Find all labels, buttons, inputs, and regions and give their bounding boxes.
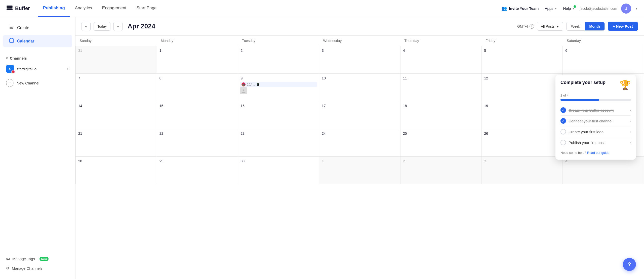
calendar-cell-w2-d3[interactable]: 17 [319,101,400,129]
new-post-button[interactable]: + New Post [608,22,638,31]
info-icon[interactable]: i [530,24,534,29]
apps-button[interactable]: Apps ▼ [544,4,558,13]
left-arrow-icon: ← [84,24,88,28]
calendar-cell-w3-d3[interactable]: 24 [319,129,400,157]
instagram-badge-icon [11,70,15,74]
date-number: 30 [240,159,317,164]
month-view-button[interactable]: Month [585,22,605,30]
calendar-cell-w0-d3[interactable]: 3 [319,46,400,74]
manage-tags-button[interactable]: 🏷 Manage Tags New [0,254,75,263]
popup-title-area: Complete your setup [560,80,606,85]
manage-channels-button[interactable]: ⚙ Manage Channels [0,263,75,273]
date-number: 26 [484,131,561,136]
calendar-cell-w0-d2[interactable]: 2 [238,46,319,74]
calendar-header-row: Sunday Monday Tuesday Wednesday Thursday… [76,36,644,46]
event-thumbnail [240,87,247,94]
setup-item-3[interactable]: Publish your first post› [560,137,631,148]
new-channel-button[interactable]: + New Channel [0,76,75,89]
next-month-button[interactable]: → [113,22,123,31]
logo[interactable]: Buffer [6,4,30,13]
empty-circle-icon [560,129,566,134]
date-number: 6 [565,48,642,53]
date-number: 2 [403,159,479,164]
calendar-cell-w3-d4[interactable]: 25 [400,129,481,157]
calendar-cell-w4-d3[interactable]: 1 [319,157,400,184]
invite-team-button[interactable]: 👥 Invite Your Team [500,4,540,13]
calendar-cell-w4-d5[interactable]: 3 [481,157,563,184]
top-navigation: Buffer Publishing Analytics Engagement S… [0,0,644,17]
prev-month-button[interactable]: ← [82,22,91,31]
setup-item-label: Create your first idea [569,130,603,134]
nav-publishing[interactable]: Publishing [38,0,70,17]
popup-header: Complete your setup 🏆 [560,80,631,90]
calendar-cell-w2-d4[interactable]: 18 [400,101,481,129]
setup-item-label: Connect your first channel [569,119,612,123]
svg-rect-0 [7,6,13,7]
nav-engagement[interactable]: Engagement [97,0,131,17]
calendar-cell-w0-d1[interactable]: 1 [157,46,238,74]
nav-start-page[interactable]: Start Page [131,0,162,17]
date-number: 29 [159,159,236,164]
filter-label: All Posts [541,24,554,28]
event-instagram-icon: 📷 [242,82,246,86]
help-link[interactable]: Read our guide [587,151,610,155]
date-number: 5 [484,48,561,53]
event-pill[interactable]: 📷5:14...📱 [240,82,317,87]
calendar-cell-w1-d1[interactable]: 8 [157,74,238,101]
calendar-cell-w0-d6[interactable]: 6 [563,46,644,74]
filter-select[interactable]: All Posts ▼ [537,22,563,31]
col-tuesday: Tuesday [238,36,319,46]
help-fab-button[interactable]: ? [623,258,636,271]
setup-popup: Complete your setup 🏆 2 of 4 ✓Create you… [555,75,636,160]
nav-analytics[interactable]: Analytics [70,0,97,17]
svg-rect-2 [7,9,13,10]
calendar-cell-w0-d4[interactable]: 4 [400,46,481,74]
date-number: 19 [484,103,561,108]
col-wednesday: Wednesday [319,36,400,46]
channels-header[interactable]: ▾ Channels [0,54,75,62]
calendar-cell-w4-d1[interactable]: 29 [157,157,238,184]
calendar-cell-w3-d1[interactable]: 22 [157,129,238,157]
calendar-cell-w3-d2[interactable]: 23 [238,129,319,157]
calendar-cell-w2-d1[interactable]: 15 [157,101,238,129]
calendar-cell-w4-d0[interactable]: 28 [76,157,157,184]
channel-count: 0 [67,67,69,71]
sidebar-item-calendar[interactable]: Calendar [3,35,72,47]
date-number: 9 [240,76,317,81]
setup-item-0[interactable]: ✓Create your Buffer account› [560,105,631,116]
today-button[interactable]: Today [94,22,110,31]
calendar-title: Apr 2024 [128,22,155,30]
calendar-cell-w1-d3[interactable]: 10 [319,74,400,101]
calendar-cell-w4-d2[interactable]: 30 [238,157,319,184]
user-email: jacob@jacobstatler.com [580,7,617,11]
help-button[interactable]: Help ▼ [562,4,576,13]
calendar-cell-w3-d0[interactable]: 21 [76,129,157,157]
date-number: 2 [240,48,317,53]
calendar-cell-w2-d2[interactable]: 16 [238,101,319,129]
calendar-cell-w4-d4[interactable]: 2 [400,157,481,184]
calendar-cell-w1-d4[interactable]: 11 [400,74,481,101]
setup-item-1[interactable]: ✓Connect your first channel› [560,116,631,126]
channel-item-statdigital[interactable]: S statdigital.io 0 [0,62,75,75]
date-number: 1 [321,159,398,164]
event-time: 5:14... [247,83,255,86]
calendar-cell-w1-d0[interactable]: 7 [76,74,157,101]
calendar-cell-w2-d0[interactable]: 14 [76,101,157,129]
calendar-cell-w2-d5[interactable]: 19 [481,101,563,129]
main-content: ← Today → Apr 2024 GMT-4 i All Posts ▼ W… [75,17,644,279]
calendar-cell-w3-d5[interactable]: 26 [481,129,563,157]
invite-icon: 👥 [501,6,507,11]
calendar-cell-w4-d6[interactable]: 4 [563,157,644,184]
channels-chevron-icon: ▾ [6,56,8,60]
calendar-cell-w0-d0[interactable]: 31 [76,46,157,74]
user-avatar[interactable]: J [621,4,631,14]
setup-item-2[interactable]: Create your first idea› [560,126,631,137]
calendar-cell-w1-d5[interactable]: 12 [481,74,563,101]
view-toggle: Week Month [566,22,605,31]
apps-chevron-icon: ▼ [554,7,557,10]
calendar-cell-w0-d5[interactable]: 5 [481,46,563,74]
date-number: 22 [159,131,236,136]
calendar-cell-w1-d2[interactable]: 9📷5:14...📱 [238,74,319,101]
sidebar-item-create[interactable]: Create [3,22,72,34]
week-view-button[interactable]: Week [567,22,585,30]
